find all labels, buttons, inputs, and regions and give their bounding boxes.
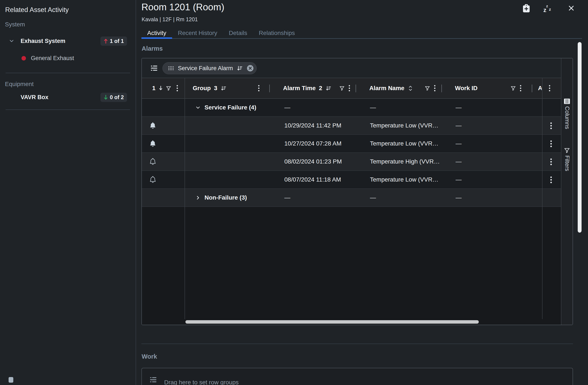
sort-order-badge: 1 — [152, 85, 156, 92]
table-row[interactable]: 08/02/2024 01:23 PM Temperature High (VV… — [142, 153, 561, 171]
snooze-button[interactable]: z z z — [541, 2, 555, 14]
work-id-cell: — — [456, 153, 462, 171]
tool-panel-label: Columns — [564, 106, 570, 129]
alarm-name-cell: Temperature Low (VVR… — [370, 135, 441, 152]
tool-panel-tab-columns[interactable]: Columns — [561, 98, 572, 129]
column-label: Work ID — [455, 85, 478, 92]
filter-icon[interactable] — [166, 86, 171, 91]
related-asset-activity-sidebar: Related Asset Activity System Exhaust Sy… — [0, 0, 136, 385]
tool-panel-tab-filters[interactable]: Filters — [561, 148, 572, 171]
tab-details[interactable]: Details — [223, 28, 253, 38]
aggregate-value: — — [284, 189, 290, 206]
alarm-bell-filled-icon — [149, 135, 156, 152]
badge-text: 1 of 1 — [110, 38, 124, 44]
sidebar-item-label: VAVR Box — [21, 94, 48, 101]
horizontal-scrollbar-thumb[interactable] — [185, 320, 479, 324]
add-work-tag-button[interactable] — [519, 2, 533, 14]
alarm-name-cell: Temperature Low (VVR… — [370, 117, 441, 134]
group-label: Non-Failure (3) — [205, 189, 247, 206]
column-header-truncated[interactable]: A — [538, 78, 542, 98]
group-label: Service Failure (4) — [205, 99, 256, 116]
group-chip-service-failure-alarm[interactable]: Service Failure Alarm — [163, 62, 257, 74]
tab-recent-history[interactable]: Recent History — [172, 28, 223, 38]
arrow-down-icon — [104, 94, 108, 100]
sidebar-item-label: Exhaust System — [21, 38, 65, 44]
sort-order-badge: 2 — [319, 85, 322, 92]
column-header-group[interactable]: Group 3 — [185, 78, 269, 98]
alarm-status-dot — [21, 56, 26, 61]
filter-icon[interactable] — [339, 86, 345, 91]
column-label: Alarm Time — [283, 85, 316, 92]
filter-icon — [564, 148, 570, 153]
remove-chip-icon[interactable] — [246, 64, 254, 72]
column-menu-icon[interactable] — [348, 85, 350, 92]
alarm-name-cell: Temperature Low (VVR… — [370, 171, 441, 188]
chevron-down-icon[interactable] — [9, 38, 15, 44]
column-menu-icon[interactable] — [176, 85, 178, 92]
tab-bar: Activity Recent History Details Relation… — [141, 28, 582, 39]
group-row-service-failure[interactable]: Service Failure (4) — — — — [142, 99, 561, 117]
section-divider — [141, 343, 573, 344]
work-id-cell: — — [456, 171, 462, 188]
column-separator — [532, 85, 532, 92]
alarm-name-cell: Temperature High (VVR… — [370, 153, 441, 171]
alarm-bell-outline-icon — [149, 153, 156, 171]
filter-icon[interactable] — [510, 86, 516, 91]
column-menu-icon[interactable] — [520, 85, 522, 92]
tab-activity[interactable]: Activity — [141, 28, 172, 38]
work-id-header-icons — [510, 78, 522, 98]
alarm-time-cell: 10/27/2024 07:28 AM — [284, 135, 341, 152]
tab-relationships[interactable]: Relationships — [253, 28, 301, 38]
row-group-panel: Service Failure Alarm — [142, 58, 561, 78]
work-id-cell: — — [456, 135, 462, 152]
svg-text:z: z — [546, 4, 548, 8]
alarms-section-title: Alarms — [142, 45, 163, 52]
table-row[interactable]: 08/07/2024 11:18 AM Temperature Low (VVR… — [142, 171, 561, 189]
filter-icon[interactable] — [425, 86, 430, 91]
row-group-drop-zone[interactable]: Drag here to set row groups — [149, 376, 239, 383]
row-menu-icon[interactable] — [547, 122, 555, 130]
column-label: Alarm Name — [369, 85, 404, 92]
pinned-right-divider — [542, 78, 543, 325]
sort-descending-icon[interactable] — [237, 65, 243, 71]
drag-grip-icon[interactable] — [168, 66, 174, 71]
row-menu-icon[interactable] — [547, 139, 555, 148]
sidebar-divider — [6, 109, 130, 110]
sort-unsorted-icon — [408, 85, 413, 91]
work-id-cell: — — [456, 117, 462, 134]
breadcrumb: Kavala | 12F | Rm 1201 — [142, 16, 198, 22]
column-menu-icon[interactable] — [434, 85, 436, 92]
page-scrollbar-thumb[interactable] — [578, 42, 582, 233]
columns-icon — [564, 98, 570, 104]
group-row-non-failure[interactable]: Non-Failure (3) — — — — [142, 189, 561, 207]
table-row[interactable]: 10/29/2024 11:42 PM Temperature Low (VVR… — [142, 117, 561, 135]
badge-text: 0 of 2 — [110, 94, 124, 100]
column-header-status[interactable]: 1 — [142, 78, 185, 98]
sidebar-item-general-exhaust[interactable]: General Exhaust — [21, 53, 74, 64]
group-column-menu[interactable] — [258, 78, 260, 98]
tag-plus-icon — [522, 4, 530, 13]
pinned-column-menu[interactable] — [548, 78, 551, 98]
chevron-right-icon[interactable] — [195, 189, 201, 206]
sidebar-child-label: General Exhaust — [31, 55, 74, 62]
sidebar-scroll-indicator[interactable] — [9, 377, 13, 383]
close-button[interactable] — [564, 2, 578, 14]
alarm-time-header-icons — [339, 78, 350, 98]
sidebar-item-vavr-box[interactable]: VAVR Box 0 of 2 — [9, 91, 127, 103]
aggregate-value: — — [370, 99, 376, 116]
work-section-title: Work — [142, 353, 157, 360]
system-section-label: System — [5, 21, 25, 28]
chevron-down-icon[interactable] — [195, 99, 201, 116]
chip-label: Service Failure Alarm — [178, 65, 233, 72]
alarm-count-badge: 0 of 2 — [101, 93, 127, 102]
sidebar-item-exhaust-system[interactable]: Exhaust System 1 of 1 — [9, 35, 127, 47]
table-row[interactable]: 10/27/2024 07:28 AM Temperature Low (VVR… — [142, 135, 561, 153]
pinned-left-divider — [185, 78, 185, 325]
work-grid: Drag here to set row groups — [141, 368, 573, 385]
sort-order-badge: 3 — [214, 85, 217, 92]
drop-zone-text: Drag here to set row groups — [164, 379, 239, 385]
close-icon — [568, 5, 575, 12]
row-menu-icon[interactable] — [547, 157, 555, 166]
grid-tool-panel-strip: Columns Filters — [561, 58, 572, 325]
row-menu-icon[interactable] — [547, 175, 555, 184]
